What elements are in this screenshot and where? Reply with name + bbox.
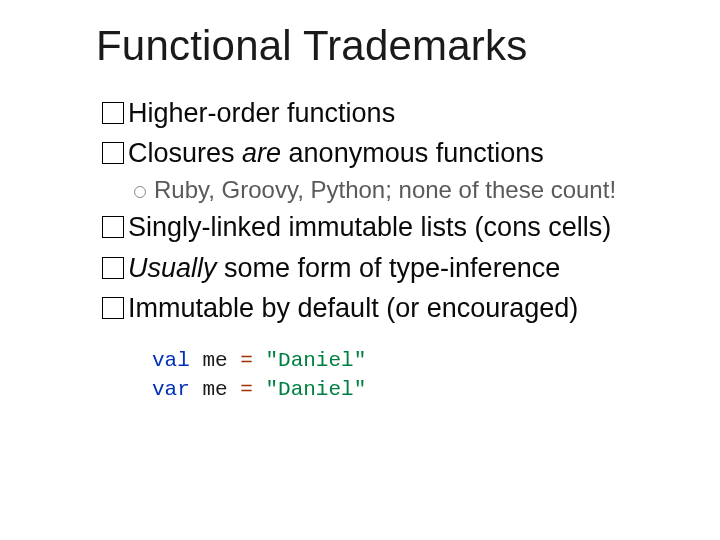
code-block: val me = "Daniel" var me = "Daniel" <box>152 347 680 404</box>
code-op: = <box>240 378 253 401</box>
sub-bullet-text: Ruby, Groovy, Python; none of these coun… <box>154 176 616 203</box>
code-string: "Daniel" <box>265 378 366 401</box>
code-sp <box>253 349 266 372</box>
checkbox-icon <box>102 142 124 164</box>
bullet-closures: Closures are anonymous functions <box>102 134 680 172</box>
bullet-singly-linked: Singly-linked immutable lists (cons cell… <box>102 208 680 246</box>
code-ident: me <box>190 378 240 401</box>
bullet-text-post: anonymous functions <box>281 138 544 168</box>
checkbox-icon <box>102 216 124 238</box>
slide-body: Higher-order functions Closures are anon… <box>102 92 680 404</box>
bullet-immutable: Immutable by default (or encouraged) <box>102 289 680 327</box>
corner-accent-tl <box>0 0 68 68</box>
corner-accent-br <box>652 472 720 540</box>
bullet-text: Singly-linked immutable lists (cons cell… <box>128 212 611 242</box>
bullet-text: Higher-order functions <box>128 98 395 128</box>
ring-icon <box>134 186 146 198</box>
code-line-2: var me = "Daniel" <box>152 376 680 404</box>
slide-title: Functional Trademarks <box>96 22 527 70</box>
bullet-text: Immutable by default (or encouraged) <box>128 293 578 323</box>
code-keyword: val <box>152 349 190 372</box>
slide: Functional Trademarks Higher-order funct… <box>0 0 720 540</box>
bullet-text-em: Usually <box>128 253 217 283</box>
code-sp <box>253 378 266 401</box>
code-line-1: val me = "Daniel" <box>152 347 680 375</box>
checkbox-icon <box>102 257 124 279</box>
code-keyword: var <box>152 378 190 401</box>
bullet-higher-order: Higher-order functions <box>102 94 680 132</box>
bullet-text-post: some form of type-inference <box>217 253 561 283</box>
checkbox-icon <box>102 297 124 319</box>
code-op: = <box>240 349 253 372</box>
bullet-text-em: are <box>242 138 281 168</box>
checkbox-icon <box>102 102 124 124</box>
code-string: "Daniel" <box>265 349 366 372</box>
bullet-usually: Usually some form of type-inference <box>102 249 680 287</box>
bullet-text-pre: Closures <box>128 138 242 168</box>
code-ident: me <box>190 349 240 372</box>
sub-bullet-ruby: Ruby, Groovy, Python; none of these coun… <box>134 173 680 207</box>
